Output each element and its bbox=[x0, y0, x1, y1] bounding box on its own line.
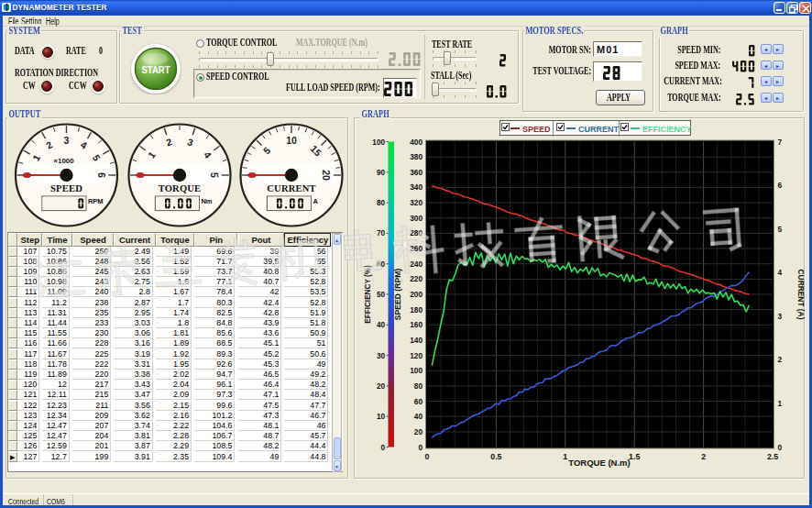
svg-text:20: 20 bbox=[377, 382, 386, 391]
svg-text:RPM: RPM bbox=[88, 197, 104, 205]
svg-text:80: 80 bbox=[377, 199, 386, 207]
svg-text:0: 0 bbox=[778, 443, 783, 452]
svg-text:START: START bbox=[142, 64, 170, 75]
svg-text:SPEED: SPEED bbox=[50, 183, 82, 193]
svg-text:320: 320 bbox=[410, 198, 422, 207]
svg-text:80: 80 bbox=[414, 381, 423, 391]
svg-text:CURRENT: CURRENT bbox=[267, 183, 315, 193]
svg-text:200: 200 bbox=[410, 290, 422, 299]
svg-text:300: 300 bbox=[410, 214, 422, 223]
svg-text:240: 240 bbox=[410, 260, 422, 269]
svg-text:SPEED (RPM): SPEED (RPM) bbox=[393, 269, 402, 320]
svg-text:1.5: 1.5 bbox=[629, 452, 640, 461]
svg-text:4: 4 bbox=[778, 268, 783, 277]
svg-text:2.5: 2.5 bbox=[767, 452, 778, 461]
svg-text:60: 60 bbox=[377, 260, 386, 269]
svg-text:220: 220 bbox=[410, 274, 422, 283]
svg-text:EFFICIENCY (%): EFFICIENCY (%) bbox=[364, 265, 372, 324]
svg-text:340: 340 bbox=[410, 182, 422, 192]
svg-text:10: 10 bbox=[286, 135, 297, 146]
svg-text:A: A bbox=[313, 197, 318, 205]
svg-text:380: 380 bbox=[410, 152, 422, 161]
svg-text:20: 20 bbox=[414, 427, 423, 436]
svg-text:6: 6 bbox=[778, 181, 783, 190]
svg-text:20: 20 bbox=[321, 170, 332, 181]
svg-text:100: 100 bbox=[372, 138, 385, 147]
svg-text:140: 140 bbox=[410, 336, 422, 345]
svg-text:70: 70 bbox=[377, 229, 386, 237]
svg-text:0: 0 bbox=[380, 444, 385, 452]
svg-text:50: 50 bbox=[377, 291, 386, 299]
svg-text:2: 2 bbox=[778, 355, 783, 364]
svg-text:100: 100 bbox=[410, 366, 422, 375]
svg-text:90: 90 bbox=[377, 169, 386, 177]
svg-text:Nm: Nm bbox=[201, 197, 212, 205]
svg-text:40: 40 bbox=[414, 412, 423, 421]
svg-text:10: 10 bbox=[377, 413, 386, 421]
svg-text:1: 1 bbox=[563, 452, 567, 461]
svg-text:TORQUE (N.m): TORQUE (N.m) bbox=[568, 458, 630, 468]
svg-text:60: 60 bbox=[414, 397, 423, 406]
svg-text:3: 3 bbox=[778, 312, 783, 321]
svg-text:5: 5 bbox=[778, 225, 783, 234]
svg-text:2: 2 bbox=[701, 452, 706, 461]
svg-text:TORQUE: TORQUE bbox=[159, 183, 202, 193]
svg-text:30: 30 bbox=[377, 352, 386, 360]
svg-text:0.5: 0.5 bbox=[490, 452, 501, 461]
svg-text:7: 7 bbox=[778, 138, 783, 147]
svg-text:6: 6 bbox=[96, 172, 107, 178]
svg-text:400: 400 bbox=[410, 138, 422, 147]
svg-text:40: 40 bbox=[377, 321, 386, 329]
svg-text:1: 1 bbox=[778, 399, 783, 408]
svg-text:160: 160 bbox=[410, 320, 422, 329]
svg-text:0: 0 bbox=[418, 443, 422, 452]
svg-text:3: 3 bbox=[64, 135, 70, 146]
svg-text:280: 280 bbox=[410, 228, 422, 237]
svg-text:120: 120 bbox=[410, 351, 422, 360]
svg-text:5: 5 bbox=[209, 172, 220, 178]
svg-text:CURRENT (A): CURRENT (A) bbox=[796, 270, 806, 320]
svg-text:360: 360 bbox=[410, 168, 422, 177]
svg-text:0: 0 bbox=[425, 452, 430, 461]
svg-text:180: 180 bbox=[410, 305, 422, 315]
svg-text:×1000: ×1000 bbox=[53, 157, 74, 165]
svg-text:260: 260 bbox=[410, 244, 422, 253]
